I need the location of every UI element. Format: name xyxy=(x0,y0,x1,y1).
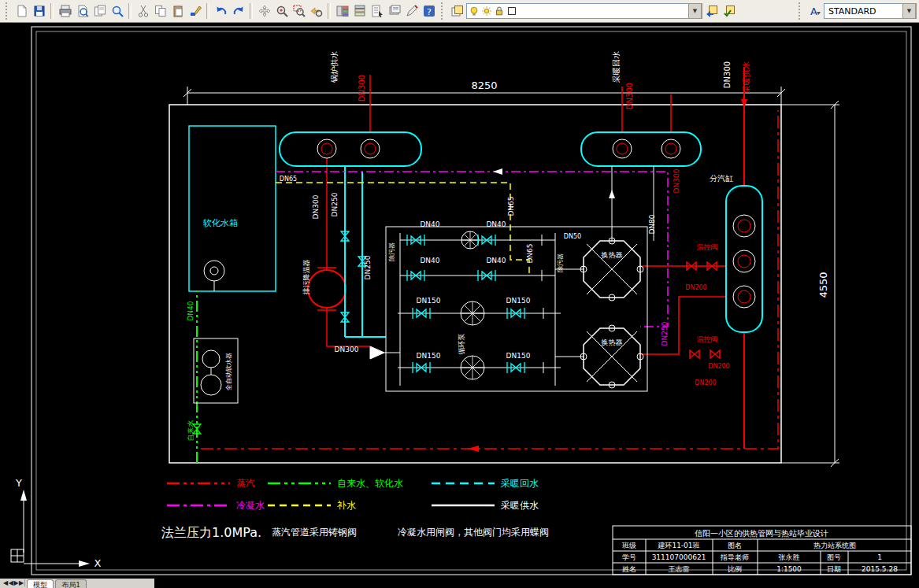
drawing-label: 排污降温器 xyxy=(302,260,310,296)
drawing-label: 循环泵 xyxy=(458,334,465,355)
toolbar-separator xyxy=(206,3,209,19)
drawing-label: DN150 xyxy=(506,352,531,360)
toolbar-grip[interactable] xyxy=(6,2,9,20)
date-value: 2015.5.28 xyxy=(862,565,898,573)
text-style-combo[interactable]: STANDARD▼ xyxy=(824,3,917,19)
text-style-combo-value: STANDARD xyxy=(826,6,876,17)
toolbar-separator xyxy=(328,3,331,19)
new-file-button[interactable] xyxy=(13,3,30,20)
designcenter-button[interactable] xyxy=(334,3,350,20)
title-block-title: 信阳一小区的供热管网与热站毕业设计 xyxy=(695,529,828,538)
tab-nav-buttons[interactable]: ◀ ◀ ▶ ▶ xyxy=(2,579,25,586)
save-button[interactable] xyxy=(31,3,47,20)
skid-flanges xyxy=(542,235,543,373)
return-piping xyxy=(189,126,762,337)
drawing-label: 除污器 xyxy=(557,253,564,272)
redo-button[interactable] xyxy=(230,3,246,20)
undo-button[interactable] xyxy=(213,3,229,20)
plot-button[interactable] xyxy=(57,3,73,20)
drawing-label: DN40 xyxy=(187,301,195,320)
drawing-name-value: 热力站系统图 xyxy=(813,542,856,549)
layerprev-icon xyxy=(706,5,718,17)
tool-palettes-button[interactable] xyxy=(351,3,368,20)
drawing-label: DN65 xyxy=(507,196,515,216)
markup-button[interactable] xyxy=(403,3,420,20)
advisor-label: 指导老师 xyxy=(720,553,749,561)
layer-combo[interactable]: ▼ xyxy=(466,3,702,19)
figure-no-label: 图号 xyxy=(827,553,841,561)
advisor-value: 张永胜 xyxy=(779,553,800,561)
zoom-window-button[interactable] xyxy=(291,3,307,20)
plot-preview-button[interactable] xyxy=(74,3,91,20)
toolbar-grip[interactable] xyxy=(799,2,802,20)
autocad-window: { "toolbar": { "items": [ {"t":"grip"}, … xyxy=(0,0,919,588)
note-steam-valves: 蒸汽管道采用铸钢阀 xyxy=(272,527,357,538)
publish-button[interactable] xyxy=(91,3,108,20)
drawing-name-label: 图名 xyxy=(728,542,742,549)
pipe-labels: 锅炉供水DN300采暖回水DN300DN300采暖供水DN300分汽缸软化水箱D… xyxy=(187,51,750,442)
drawing-label: DN300 xyxy=(312,194,320,219)
toolbar-grip[interactable] xyxy=(441,2,445,20)
preview-icon xyxy=(76,5,89,17)
tpal-icon xyxy=(354,5,366,17)
drawing-label: DN250 xyxy=(661,321,669,346)
properties-button[interactable] xyxy=(369,3,385,20)
tab-layout1[interactable]: 布局1 xyxy=(55,579,87,588)
layers-icon xyxy=(451,5,464,17)
layerstate-icon xyxy=(723,5,736,17)
publish-icon xyxy=(94,5,106,17)
legend-label: 采暖供水 xyxy=(501,500,539,511)
zoom-realtime-button[interactable] xyxy=(273,3,290,20)
axis-x-label: X xyxy=(94,557,102,569)
layer-on-icon xyxy=(469,6,480,17)
drawing-label: DN250 xyxy=(331,192,339,216)
legend-label: 蒸汽 xyxy=(236,478,255,489)
cut-icon xyxy=(137,5,150,17)
layer-combo-dropdown-arrow-icon[interactable]: ▼ xyxy=(688,3,702,19)
help-button[interactable]: ? xyxy=(421,3,437,20)
pan-icon xyxy=(258,5,271,17)
drawing-label: DN300 xyxy=(335,346,359,353)
tab-model[interactable]: 模型 xyxy=(27,579,54,588)
layer-thaw-icon xyxy=(481,6,492,17)
tank-outlet xyxy=(204,261,224,291)
layer-previous-button[interactable] xyxy=(703,3,720,20)
plot-icon xyxy=(59,5,72,17)
legend-label: 自来水、软化水 xyxy=(337,478,403,489)
drawing-label: DN250 xyxy=(364,255,372,279)
text-style-dropdown-arrow-icon[interactable]: ▼ xyxy=(902,3,916,19)
pan-button[interactable] xyxy=(256,3,272,20)
zoomwin-icon xyxy=(293,5,306,17)
copy-button[interactable] xyxy=(152,3,169,20)
toolbar-separator xyxy=(250,3,253,19)
svg-text:A: A xyxy=(810,6,817,17)
drawing-label: DN40 xyxy=(420,257,439,264)
drawing-label: DN200 xyxy=(708,363,729,370)
layer-properties-button[interactable] xyxy=(449,3,465,20)
toolbar-separator xyxy=(50,3,54,19)
scale-value: 1:1500 xyxy=(776,565,802,573)
text-style-button[interactable]: A xyxy=(806,3,823,20)
name-value: 王志雷 xyxy=(669,565,690,573)
match-properties-button[interactable] xyxy=(187,3,203,20)
student-id-value: 311107000621 xyxy=(652,553,706,561)
drawing-label: DN300 xyxy=(723,61,732,88)
layer-states-button[interactable] xyxy=(721,3,737,20)
sheetset-manager-button[interactable] xyxy=(386,3,402,20)
drawing-canvas[interactable]: 8250 4550 xyxy=(0,0,919,588)
drawing-label: DN65 xyxy=(526,243,534,263)
paste-button[interactable] xyxy=(169,3,186,20)
drawing-label: 除污器 xyxy=(388,242,395,261)
ucs-icon xyxy=(11,490,90,567)
matchprop-icon xyxy=(189,5,202,17)
drawing-label: DN40 xyxy=(486,220,506,228)
cut-button[interactable] xyxy=(135,3,151,20)
search-button[interactable] xyxy=(109,3,125,20)
props-icon xyxy=(371,5,384,17)
drawing-label: 锅炉供水 xyxy=(330,51,339,83)
zoom-previous-button[interactable] xyxy=(308,3,324,20)
doc-icon xyxy=(16,5,28,17)
drawing-label: DN150 xyxy=(417,297,441,305)
undo-icon xyxy=(215,5,228,17)
help-icon: ? xyxy=(423,5,435,17)
